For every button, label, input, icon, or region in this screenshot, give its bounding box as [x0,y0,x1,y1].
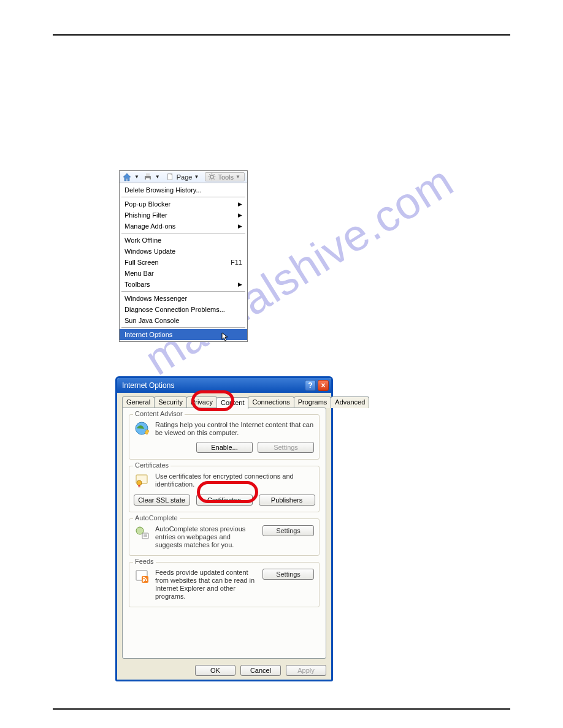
menu-item-label: Full Screen [124,258,159,267]
menu-item[interactable]: Full ScreenF11 [120,257,247,268]
tab-privacy[interactable]: Privacy [186,396,217,408]
settings-button[interactable]: Settings [262,525,314,536]
menu-item-label: Work Offline [124,236,161,245]
help-button[interactable]: ? [305,380,316,391]
internet-options-dialog: Internet Options ? × General Security Pr… [115,376,333,681]
cursor-pointer-icon [221,332,230,342]
page-label: Page [177,173,193,181]
tab-panel: Content Advisor Ratings help you control… [122,408,326,659]
home-icon[interactable] [122,172,132,182]
menu-item[interactable]: Diagnose Connection Problems... [120,304,247,315]
group-certificates: Certificates Use certificates for encryp… [129,466,320,512]
group-text: Use certificates for encrypted connectio… [155,472,314,488]
print-icon[interactable] [143,172,153,182]
svg-rect-1 [146,173,150,175]
publishers-button[interactable]: Publishers [259,495,315,506]
submenu-arrow-icon: ▶ [238,211,242,219]
autocomplete-icon [134,525,150,541]
tools-button[interactable]: Tools ▼ [205,172,245,181]
menu-item[interactable]: Manage Add-ons▶ [120,221,247,232]
group-title: Certificates [133,461,170,469]
svg-point-4 [210,175,213,178]
certificate-icon [134,472,150,488]
menu-item[interactable]: Pop-up Blocker▶ [120,199,247,210]
tab-programs[interactable]: Programs [294,396,332,408]
enable-button[interactable]: Enable... [196,442,253,453]
menu-item[interactable]: Phishing Filter▶ [120,210,247,221]
tab-advanced[interactable]: Advanced [331,396,369,408]
dialog-footer: OK Cancel Apply [117,665,331,676]
tab-strip: General Security Privacy Content Connect… [122,396,326,408]
group-title: Feeds [133,558,156,565]
dialog-titlebar: Internet Options ? × [117,378,331,393]
settings-button-disabled: Settings [258,442,314,453]
menu-item[interactable]: Delete Browsing History... [120,184,247,195]
menu-item-label: Windows Update [124,247,175,256]
menu-item[interactable]: Toolbars▶ [120,279,247,290]
group-feeds: Feeds Feeds provide updated content from… [129,562,320,607]
svg-point-15 [137,480,142,485]
menu-item[interactable]: Work Offline [120,235,247,246]
menu-item-label: Toolbars [124,280,150,289]
cancel-button[interactable]: Cancel [240,665,281,676]
tools-dropdown: Delete Browsing History... Pop-up Blocke… [120,183,247,341]
menu-item[interactable]: Windows Update [120,246,247,257]
menu-item-label: Delete Browsing History... [124,186,202,194]
svg-line-10 [214,178,215,179]
ie-toolbar: ▼ ▼ Page ▼ Tools ▼ [120,171,247,183]
svg-rect-21 [142,576,148,583]
page-header-rule [53,34,510,36]
tab-connections[interactable]: Connections [248,396,294,408]
chevron-down-icon[interactable]: ▼ [155,174,160,180]
submenu-arrow-icon: ▶ [238,280,242,289]
menu-item-label: Pop-up Blocker [124,200,170,208]
group-content-advisor: Content Advisor Ratings help you control… [129,414,320,460]
group-autocomplete: AutoComplete AutoComplete stores previou… [129,518,320,556]
menu-item-label: Phishing Filter [124,211,167,219]
page-button[interactable]: Page ▼ [164,173,203,181]
menu-item-label: Sun Java Console [124,316,179,325]
close-button[interactable]: × [318,380,329,391]
submenu-arrow-icon: ▶ [238,200,242,208]
dialog-title: Internet Options [122,381,174,390]
menu-item[interactable]: Sun Java Console [120,315,247,326]
apply-button-disabled: Apply [286,665,326,676]
page-footer-rule [53,708,510,710]
group-text: Ratings help you control the Internet co… [155,421,314,437]
menu-item[interactable]: Menu Bar [120,268,247,279]
group-text: AutoComplete stores previous entries on … [155,525,258,549]
menu-item-label: Diagnose Connection Problems... [124,305,225,314]
globe-icon [134,421,150,437]
submenu-arrow-icon: ▶ [238,222,242,230]
svg-line-12 [214,174,215,175]
clear-ssl-button[interactable]: Clear SSL state [134,495,190,506]
tools-menu-figure: ▼ ▼ Page ▼ Tools ▼ Delete Browsing Histo… [119,170,248,342]
group-text: Feeds provide updated content from websi… [155,569,258,601]
ok-button[interactable]: OK [195,665,236,676]
feeds-icon [134,569,150,585]
menu-item[interactable]: Windows Messenger [120,293,247,304]
menu-item-label: Internet Options [124,330,172,339]
certificates-button[interactable]: Certificates [196,495,253,506]
svg-line-9 [210,174,210,175]
tab-content[interactable]: Content [216,397,249,409]
menu-item-label: Menu Bar [124,269,154,278]
tab-security[interactable]: Security [154,396,187,408]
svg-point-22 [143,580,145,582]
menu-item-label: Manage Add-ons [124,222,175,230]
group-title: AutoComplete [133,514,180,521]
menu-shortcut: F11 [231,258,242,267]
tools-label: Tools [218,173,234,181]
chevron-down-icon[interactable]: ▼ [134,174,139,180]
menu-item-label: Windows Messenger [124,294,187,303]
svg-line-11 [210,178,210,179]
settings-button[interactable]: Settings [262,569,314,580]
svg-rect-2 [146,178,150,180]
tab-general[interactable]: General [122,396,155,408]
group-title: Content Advisor [133,410,185,417]
